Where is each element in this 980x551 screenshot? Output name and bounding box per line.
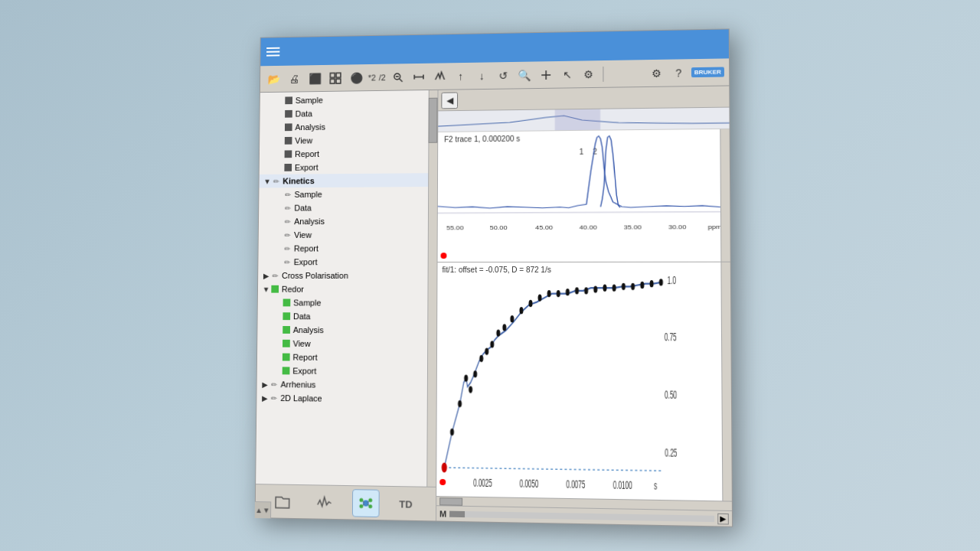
tree-item-analysis3[interactable]: Analysis: [257, 323, 436, 337]
expander-view2: [273, 230, 284, 240]
label-view1: View: [295, 136, 312, 145]
overview-strip: [438, 108, 729, 132]
svg-line-5: [399, 78, 402, 81]
hamburger-menu[interactable]: [266, 47, 279, 57]
icon-cross-pol: ✏: [271, 272, 279, 279]
scroll-right-btn[interactable]: ▶: [717, 513, 729, 524]
expander-report3: [272, 352, 283, 363]
icon-arrhenius: ✏: [270, 380, 278, 388]
tab-waveform[interactable]: [310, 488, 338, 517]
expander-arrhenius[interactable]: ▶: [260, 379, 270, 390]
open-button[interactable]: 📂: [265, 70, 283, 88]
tree-item-sample2[interactable]: ✏ Sample: [259, 187, 437, 201]
down-button[interactable]: ↓: [472, 67, 491, 85]
bottom-scrollbar-thumb[interactable]: [449, 510, 465, 517]
tree-item-report1[interactable]: Report: [260, 146, 437, 161]
up-button[interactable]: ↑: [452, 67, 470, 85]
expander-data3: [273, 311, 283, 321]
sidebar-scrollbar-thumb[interactable]: [428, 98, 437, 143]
expander-redor[interactable]: ▼: [261, 284, 272, 295]
expander-analysis2: [273, 216, 284, 227]
content-area: Sample Data Analysis: [256, 86, 732, 526]
icon-analysis2: ✏: [284, 217, 292, 225]
tree-item-data3[interactable]: Data: [257, 309, 436, 324]
main-window: 📂 🖨 ⬛ ⚫ *2 /2 ↑ ↓ ↺ 🔍: [255, 28, 733, 527]
svg-point-57: [557, 290, 560, 297]
tree-item-redor[interactable]: ▼ Redor: [258, 282, 437, 296]
print-button[interactable]: 🖨: [286, 70, 303, 88]
fit-button[interactable]: [410, 67, 428, 86]
label-view3: View: [293, 339, 311, 348]
cursor-button[interactable]: ↖: [558, 65, 577, 83]
expander-view3: [272, 338, 283, 349]
icon-view2: ✏: [283, 231, 291, 239]
chart-prev-btn[interactable]: ◀: [441, 92, 458, 109]
kinetics-scrollbar[interactable]: [720, 262, 731, 501]
peaks-button[interactable]: [430, 67, 449, 86]
zoom-out-button[interactable]: [537, 66, 555, 84]
tab-folder[interactable]: [269, 487, 296, 516]
tab-td[interactable]: TD: [394, 490, 422, 518]
tree-item-arrhenius[interactable]: ▶ ✏ Arrhenius: [256, 377, 436, 393]
tree-item-data2[interactable]: ✏ Data: [259, 201, 437, 215]
display-button[interactable]: ⬛: [305, 69, 323, 87]
svg-point-51: [502, 324, 506, 331]
svg-point-13: [360, 497, 364, 501]
expander-export1: [274, 162, 285, 173]
sidebar-scrollbar[interactable]: [426, 90, 437, 487]
gear-icon[interactable]: ⚙: [648, 64, 666, 82]
svg-text:0.25: 0.25: [665, 445, 677, 458]
tab-molecule[interactable]: [352, 489, 380, 517]
record-button[interactable]: ⚫: [348, 68, 365, 86]
zoom-button[interactable]: [389, 68, 407, 86]
nmr-red-dot: [440, 253, 446, 259]
kinetics-chart-inner: fit/1: offset = -0.075, D = 872 1/s 1.0 …: [436, 262, 732, 501]
tree-item-laplace2d[interactable]: ▶ ✏ 2D Laplace: [256, 391, 436, 406]
toolbar-separator: [603, 66, 603, 81]
svg-text:0.0075: 0.0075: [566, 478, 585, 491]
tree-item-export1[interactable]: Export: [260, 159, 437, 174]
icon-sample3: [283, 299, 291, 307]
svg-text:45.00: 45.00: [535, 225, 554, 231]
hscroll-thumb[interactable]: [439, 497, 462, 506]
expander-kinetics[interactable]: ▼: [262, 176, 273, 187]
rotate-button[interactable]: ↺: [494, 66, 512, 84]
svg-point-62: [603, 285, 606, 292]
svg-point-60: [584, 287, 588, 294]
tree-item-export3[interactable]: Export: [257, 364, 436, 379]
tree-item-view1[interactable]: View: [260, 132, 437, 148]
grid-button[interactable]: [326, 69, 344, 87]
tree-item-kinetics[interactable]: ▼ ✏ Kinetics: [259, 173, 437, 187]
expander-analysis1: [274, 122, 285, 133]
settings-circle-button[interactable]: ⚙: [580, 65, 598, 83]
label-sample3: Sample: [293, 298, 321, 308]
svg-point-41: [442, 462, 447, 472]
svg-line-40: [444, 468, 662, 471]
tree-list: Sample Data Analysis: [256, 90, 437, 408]
expander-cross-pol[interactable]: ▶: [261, 270, 272, 281]
help-icon[interactable]: ?: [669, 64, 688, 82]
tree-item-sample3[interactable]: Sample: [258, 296, 437, 310]
tree-item-analysis2[interactable]: ✏ Analysis: [259, 214, 437, 229]
tree-item-view3[interactable]: View: [257, 337, 436, 351]
expander-view1: [274, 135, 285, 146]
icon-data1: [285, 110, 292, 118]
svg-point-61: [593, 286, 597, 293]
svg-line-23: [438, 212, 720, 214]
tree-item-export2[interactable]: ✏ Export: [258, 255, 436, 269]
nmr-scrollbar[interactable]: [720, 129, 730, 262]
zoom-in-button[interactable]: 🔍: [515, 66, 534, 84]
tree-item-view2[interactable]: ✏ View: [259, 227, 437, 241]
bottom-scrollbar[interactable]: [449, 510, 714, 521]
svg-text:TD: TD: [399, 498, 412, 510]
icon-redor: [271, 285, 279, 293]
nmr-chart-svg: 55.00 50.00 45.00 40.00 35.00 30.00 ppm: [438, 129, 721, 243]
kinetics-chart: fit/1: offset = -0.075, D = 872 1/s 1.0 …: [436, 262, 732, 510]
tree-item-report3[interactable]: Report: [257, 350, 436, 364]
tree-item-cross-pol[interactable]: ▶ ✏ Cross Polarisation: [258, 269, 436, 282]
expander-laplace2d[interactable]: ▶: [260, 393, 270, 403]
kinetics-formula: fit/1: offset = -0.075, D = 872 1/s: [442, 266, 550, 274]
label-report1: Report: [295, 149, 319, 158]
tree-item-report2[interactable]: ✏ Report: [258, 241, 436, 255]
status-m: M: [439, 509, 446, 518]
